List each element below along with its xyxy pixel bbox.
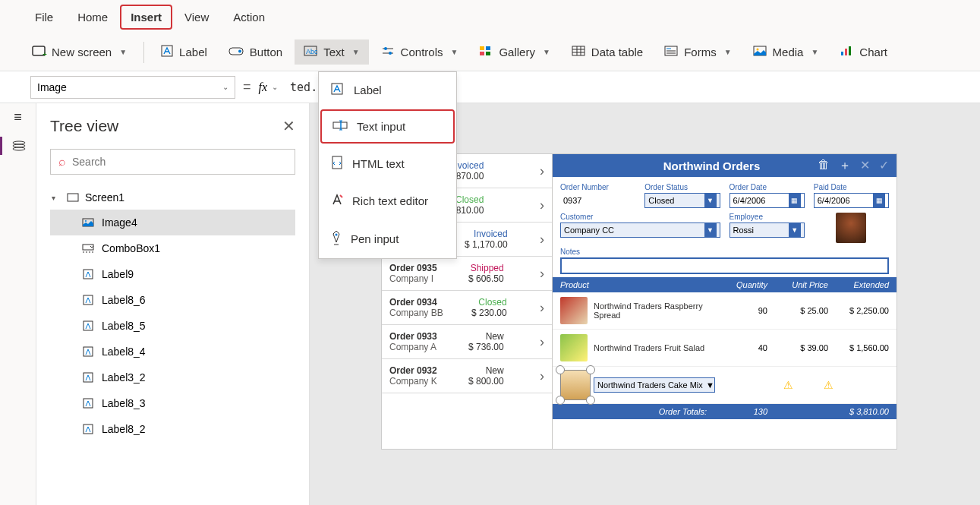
resize-handle[interactable] (556, 396, 565, 405)
accept-icon[interactable]: ✓ (879, 158, 889, 174)
order-form: Order Number 0937 Order Status Closed▼ O… (553, 177, 896, 277)
tree-item-label8-4[interactable]: Label8_4 (50, 339, 295, 365)
insert-gallery-button[interactable]: Gallery ▼ (470, 39, 559, 65)
product-row[interactable]: Northwind Traders Raspberry Spread90 $ 2… (553, 292, 896, 330)
order-list-item[interactable]: Order 0933Company A New$ 736.00 › (382, 325, 552, 359)
tree-node-screen[interactable]: ▾ Screen1 (50, 185, 295, 210)
employee-dropdown[interactable]: Rossi▼ (729, 223, 805, 238)
warning-icon: ⚠ (824, 379, 833, 391)
paid-date-input[interactable]: 6/4/2006▦ (814, 193, 889, 208)
totals-label: Order Totals: (560, 407, 722, 416)
product-row[interactable]: Northwind Traders Fruit Salad40 $ 39.00$… (553, 330, 896, 367)
insert-label-button[interactable]: Label (152, 39, 216, 65)
chevron-down-icon: ▼ (352, 48, 360, 56)
tree-item-label: ComboBox1 (102, 242, 160, 254)
tab-action[interactable]: Action (221, 3, 277, 31)
order-date-input[interactable]: 6/4/2006▦ (729, 193, 805, 208)
tree-item-label: Label8_5 (102, 320, 146, 332)
menu-item-html-text-label: HTML text (352, 157, 405, 170)
hamburger-icon[interactable]: ≡ (9, 108, 27, 126)
resize-handle[interactable] (586, 396, 595, 405)
tree-search-input[interactable] (72, 156, 287, 168)
add-icon[interactable]: ＋ (839, 158, 851, 174)
chevron-right-icon: › (535, 232, 544, 248)
tree-item-label3-2[interactable]: Label3_2 (50, 365, 295, 390)
chevron-right-icon: › (535, 300, 544, 316)
app-toolbar: Northwind Orders 🗑 ＋ ✕ ✓ (553, 154, 896, 177)
tab-view[interactable]: View (172, 3, 221, 31)
tree-item-label8-6[interactable]: Label8_6 (50, 287, 295, 313)
cancel-icon[interactable]: ✕ (860, 158, 870, 174)
order-status-dropdown[interactable]: Closed▼ (644, 193, 720, 208)
tree-item-label9[interactable]: Label9 (50, 261, 295, 287)
tree-item-label8-3[interactable]: Label8_3 (50, 390, 295, 416)
menu-item-label[interactable]: Label (319, 72, 456, 108)
order-list-item[interactable]: Order 0932Company K New$ 800.00 › (382, 359, 552, 393)
menu-item-pen-input[interactable]: Pen input (319, 219, 456, 258)
tree-item-label8-5[interactable]: Label8_5 (50, 313, 295, 339)
label-icon (82, 423, 94, 435)
tab-insert[interactable]: Insert (120, 5, 172, 30)
trash-icon[interactable]: 🗑 (818, 158, 830, 174)
customer-dropdown[interactable]: Company CC▼ (560, 223, 720, 238)
insert-chart-button[interactable]: Chart (830, 39, 896, 65)
html-text-icon (331, 156, 343, 172)
paid-date-label: Paid Date (814, 183, 889, 191)
chevron-right-icon: › (535, 163, 544, 179)
text-insert-menu: Label Text input HTML text Rich text edi… (318, 71, 457, 259)
datatable-icon (572, 46, 585, 58)
pen-icon (331, 230, 342, 248)
menu-item-text-input[interactable]: Text input (320, 109, 455, 144)
order-detail: Northwind Orders 🗑 ＋ ✕ ✓ Order Number 09… (553, 154, 896, 449)
menu-item-html-text[interactable]: HTML text (319, 145, 456, 182)
product-thumb (560, 334, 588, 361)
warning-icon: ⚠ (783, 379, 793, 391)
insert-controls-button[interactable]: Controls ▼ (372, 39, 468, 65)
tree-item-combobox1[interactable]: ComboBox1 (50, 235, 295, 261)
tree-item-label: Label8_6 (102, 294, 146, 306)
insert-label-text: Label (179, 46, 207, 58)
tab-file[interactable]: File (23, 3, 65, 31)
separator (143, 42, 144, 63)
menu-item-rich-text[interactable]: Rich text editor (319, 182, 456, 219)
selected-image-control[interactable] (560, 370, 591, 400)
tree-item-label8-2[interactable]: Label8_2 (50, 416, 295, 442)
col-product: Product (560, 280, 722, 289)
tree-node-screen-label: Screen1 (85, 191, 124, 204)
new-product-dropdown[interactable]: Northwind Traders Cake Mix▼ (594, 377, 715, 393)
tree-item-image4[interactable]: Image4 (50, 210, 295, 235)
menu-item-label-text: Label (354, 84, 382, 96)
tree-item-label: Label8_4 (102, 346, 146, 358)
resize-handle[interactable] (586, 365, 595, 374)
order-list-item[interactable]: Order 0934Company BB Closed$ 230.00 › (382, 291, 552, 325)
button-icon (228, 46, 244, 58)
label-icon (82, 294, 94, 306)
insert-media-button[interactable]: Media ▼ (744, 39, 828, 65)
property-selector[interactable]: Image ⌄ (30, 76, 235, 99)
tree-search[interactable]: ⌕ (50, 149, 295, 175)
insert-button-text: Button (250, 46, 282, 58)
notes-input[interactable] (560, 257, 889, 274)
insert-datatable-button[interactable]: Data table (562, 39, 652, 65)
field-employee: Employee Rossi▼ (729, 213, 805, 243)
insert-forms-button[interactable]: Forms ▼ (655, 39, 740, 65)
order-date-label: Order Date (729, 183, 805, 191)
insert-button-button[interactable]: Button (219, 39, 291, 65)
tree-view-icon[interactable] (0, 137, 36, 155)
svg-rect-40 (68, 194, 78, 201)
tab-home[interactable]: Home (65, 3, 120, 31)
close-icon[interactable]: ✕ (282, 117, 295, 135)
chevron-right-icon: › (535, 334, 544, 350)
order-list-item[interactable]: Order 0935Company I Shipped$ 606.50 › (382, 257, 552, 291)
insert-chart-label: Chart (859, 46, 887, 58)
property-value: Image (37, 81, 67, 93)
insert-text-button[interactable]: Abc Text ▼ (295, 39, 368, 65)
chevron-down-icon: ▼ (704, 223, 717, 237)
resize-handle[interactable] (556, 365, 565, 374)
new-screen-button[interactable]: + New screen ▼ (23, 39, 136, 65)
svg-rect-27 (845, 49, 847, 55)
totals-qty: 130 (722, 407, 767, 416)
svg-point-4 (238, 50, 241, 53)
col-extended: Extended (828, 280, 889, 289)
caret-down-icon: ▾ (52, 194, 61, 202)
